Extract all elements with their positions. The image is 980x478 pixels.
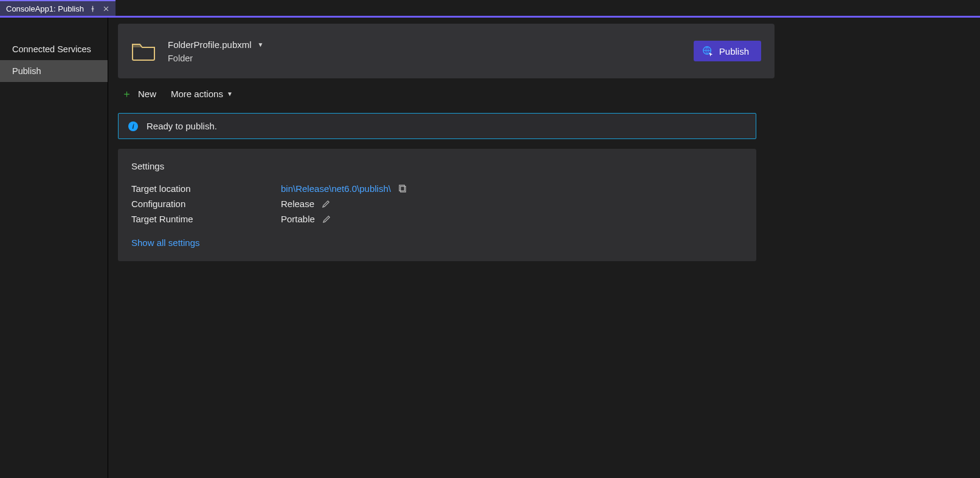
edit-icon[interactable] <box>322 199 331 208</box>
chevron-down-icon: ▼ <box>227 90 233 97</box>
main-panel: FolderProfile.pubxml ▼ Folder Publish ＋ <box>108 18 980 478</box>
setting-label: Target Runtime <box>131 214 281 224</box>
new-profile-button[interactable]: ＋ New <box>122 87 156 101</box>
settings-row-configuration: Configuration Release <box>131 196 743 211</box>
profile-type: Folder <box>168 53 694 63</box>
chevron-down-icon: ▼ <box>258 41 264 48</box>
publish-button[interactable]: Publish <box>694 41 761 61</box>
plus-icon: ＋ <box>122 87 132 101</box>
sidebar-item-label: Publish <box>12 66 41 76</box>
content-area: Connected Services Publish FolderProfile… <box>0 16 980 478</box>
sidebar-item-connected-services[interactable]: Connected Services <box>0 38 108 60</box>
configuration-value: Release <box>281 199 314 209</box>
folder-icon <box>131 41 156 61</box>
close-icon[interactable] <box>102 4 111 13</box>
profile-dropdown[interactable]: FolderProfile.pubxml ▼ <box>168 39 694 50</box>
status-message: i Ready to publish. <box>118 113 756 139</box>
profile-name: FolderProfile.pubxml <box>168 39 252 50</box>
status-text: Ready to publish. <box>147 121 217 131</box>
tab-title: ConsoleApp1: Publish <box>6 4 84 13</box>
settings-title: Settings <box>131 161 743 171</box>
profile-toolbar: ＋ New More actions ▼ <box>118 78 970 109</box>
publish-button-label: Publish <box>719 46 749 56</box>
setting-label: Configuration <box>131 199 281 209</box>
sidebar-item-publish[interactable]: Publish <box>0 60 108 82</box>
publish-globe-icon <box>702 46 713 56</box>
settings-row-target-location: Target location bin\Release\net6.0\publi… <box>131 181 743 196</box>
pin-icon[interactable] <box>89 4 97 13</box>
show-all-label: Show all settings <box>131 237 200 248</box>
target-runtime-value: Portable <box>281 214 315 224</box>
more-actions-dropdown[interactable]: More actions ▼ <box>171 89 233 99</box>
document-tab-active[interactable]: ConsoleApp1: Publish <box>0 0 116 16</box>
publish-profile-card: FolderProfile.pubxml ▼ Folder Publish <box>118 24 775 78</box>
new-label: New <box>138 89 156 99</box>
more-actions-label: More actions <box>171 89 223 99</box>
setting-label: Target location <box>131 183 281 194</box>
info-icon: i <box>128 121 138 131</box>
settings-card: Settings Target location bin\Release\net… <box>118 149 756 261</box>
copy-icon[interactable] <box>398 184 407 193</box>
document-tab-bar: ConsoleApp1: Publish <box>0 0 980 16</box>
settings-row-target-runtime: Target Runtime Portable <box>131 211 743 227</box>
sidebar-item-label: Connected Services <box>12 44 91 54</box>
profile-info: FolderProfile.pubxml ▼ Folder <box>168 39 694 63</box>
target-location-link[interactable]: bin\Release\net6.0\publish\ <box>281 183 391 194</box>
edit-icon[interactable] <box>322 214 331 224</box>
sidebar: Connected Services Publish <box>0 18 108 478</box>
show-all-settings-link[interactable]: Show all settings <box>131 237 743 248</box>
